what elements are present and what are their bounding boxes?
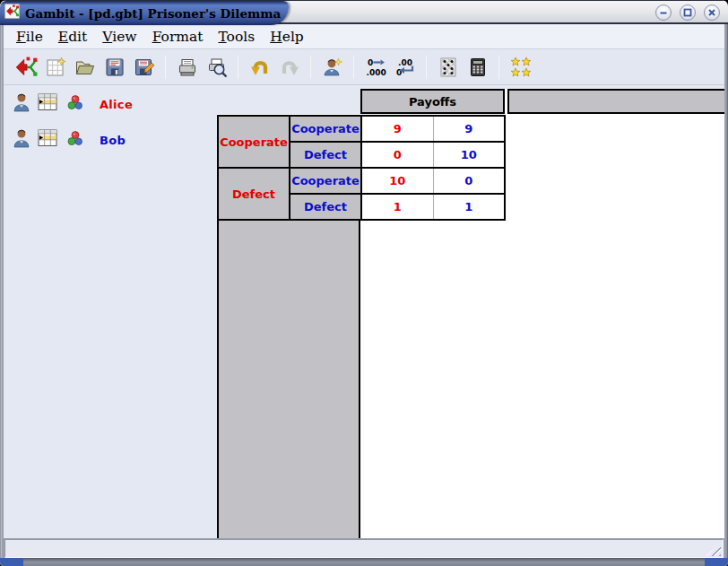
strategies-table-icon[interactable] (38, 129, 57, 151)
col-strategy-label[interactable]: Defect (290, 194, 361, 220)
window-frame-bottom (0, 558, 728, 566)
payoff-cell[interactable]: 9 (361, 116, 433, 142)
payoff-cell[interactable]: 1 (361, 194, 433, 220)
open-icon[interactable] (70, 53, 100, 82)
payoff-cell[interactable]: 0 (433, 168, 505, 194)
payoffs-header: Payoffs (360, 89, 505, 114)
title-tab[interactable]: Gambit - [pd.gbt] Prisoner's Dilemma (0, 1, 289, 25)
payoff-cell[interactable]: 10 (433, 142, 505, 168)
player-icon[interactable] (13, 92, 30, 116)
svg-text:0: 0 (368, 58, 373, 67)
menu-bar: File Edit View Format Tools Help (4, 24, 724, 49)
col-strategy-label[interactable]: Cooperate (290, 116, 361, 142)
stars-icon[interactable] (506, 53, 535, 82)
menu-tools[interactable]: Tools (218, 29, 255, 45)
title-bar[interactable]: Gambit - [pd.gbt] Prisoner's Dilemma (0, 0, 728, 24)
status-bar (4, 539, 724, 558)
undo-icon[interactable] (245, 53, 274, 82)
toolbar-separator (353, 56, 354, 79)
window-title: Gambit - [pd.gbt] Prisoner's Dilemma (25, 6, 281, 21)
window-frame-corner (705, 558, 728, 566)
players-panel: Alice (4, 85, 213, 538)
svg-text:.000: .000 (366, 68, 386, 77)
matrix-panel: Payoffs Cooperate Cooperate 9 9 Defect (213, 85, 724, 538)
strategies-table-icon[interactable] (38, 93, 57, 115)
resize-grip[interactable] (706, 543, 721, 556)
matrix-corner (217, 89, 360, 114)
payoff-cell[interactable]: 0 (361, 142, 433, 168)
menu-edit[interactable]: Edit (58, 29, 87, 45)
gambit-window: Gambit - [pd.gbt] Prisoner's Dilemma Fil… (0, 0, 728, 566)
save-icon[interactable] (100, 53, 129, 82)
player-color-icon[interactable] (67, 95, 83, 114)
gambit-logo-icon[interactable] (11, 53, 40, 82)
menu-file[interactable]: File (16, 29, 43, 45)
player-icon[interactable] (13, 128, 30, 152)
save-as-icon[interactable] (129, 53, 159, 82)
payoff-cell[interactable]: 10 (361, 168, 433, 194)
row-strategy-label[interactable]: Defect (218, 168, 290, 220)
player-color-icon[interactable] (67, 131, 83, 150)
table-row: Defect Cooperate 10 0 (218, 168, 505, 194)
add-player-icon[interactable] (317, 53, 347, 82)
print-icon[interactable] (172, 53, 202, 82)
payoff-table: Cooperate Cooperate 9 9 Defect 0 10 Defe… (217, 115, 506, 221)
row-strategy-label[interactable]: Cooperate (218, 116, 290, 168)
gambit-logo-icon (4, 4, 20, 22)
maximize-button[interactable] (680, 4, 696, 21)
new-table-icon[interactable] (40, 53, 70, 82)
print-preview-icon[interactable] (202, 53, 231, 82)
menu-format[interactable]: Format (152, 29, 204, 45)
table-row: Cooperate Cooperate 9 9 (218, 116, 505, 142)
toolbar-separator (426, 56, 427, 79)
window-frame-corner (0, 558, 23, 566)
col-strategy-label[interactable]: Cooperate (290, 168, 361, 194)
player-name-alice[interactable]: Alice (100, 98, 133, 111)
matrix-header-filler (507, 89, 724, 114)
svg-text:.00: .00 (398, 58, 412, 67)
toolbar-separator (310, 56, 311, 79)
row-labels-gutter (217, 221, 360, 538)
decimals-increase-icon[interactable]: 0 .000 (360, 53, 390, 82)
toolbar-separator (238, 56, 238, 79)
player-row-alice: Alice (13, 91, 213, 118)
decimals-decrease-icon[interactable]: .00 0 (390, 53, 420, 82)
payoff-cell[interactable]: 9 (433, 116, 505, 142)
player-name-bob[interactable]: Bob (100, 134, 126, 147)
toolbar: 0 .000 .00 0 (4, 49, 724, 85)
minimize-button[interactable] (655, 4, 672, 21)
toolbar-separator (498, 56, 499, 79)
payoff-cell[interactable]: 1 (433, 194, 505, 220)
toolbar-separator (165, 56, 166, 79)
dice-icon[interactable] (433, 53, 463, 82)
close-button[interactable] (704, 4, 720, 21)
menu-help[interactable]: Help (270, 29, 304, 45)
col-strategy-label[interactable]: Defect (290, 142, 361, 168)
redo-icon[interactable] (274, 53, 304, 82)
calculator-icon[interactable] (463, 53, 492, 82)
player-row-bob: Bob (13, 126, 213, 153)
menu-view[interactable]: View (102, 29, 136, 45)
